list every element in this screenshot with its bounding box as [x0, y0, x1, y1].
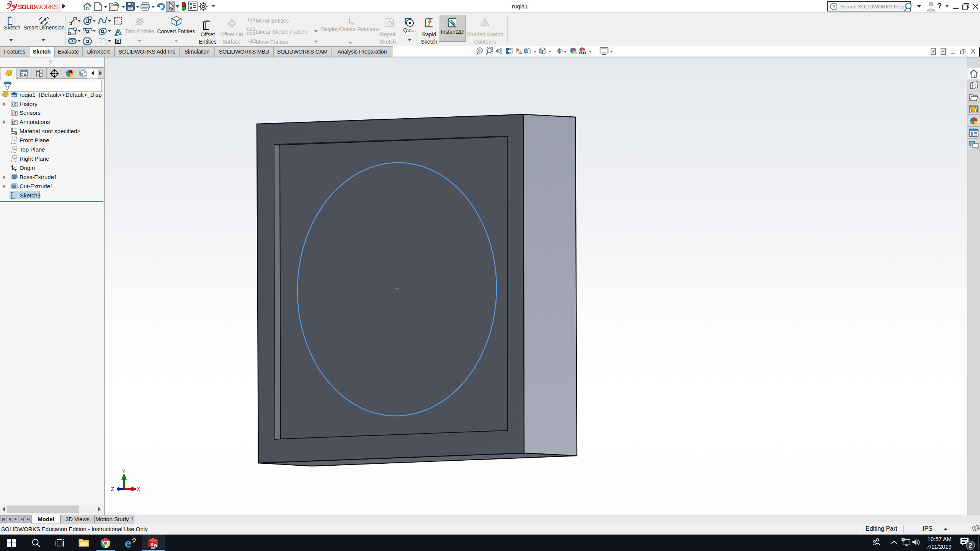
svg-text:X: X	[137, 486, 140, 492]
svg-text:Z: Z	[111, 486, 114, 492]
svg-text:2: 2	[969, 542, 972, 549]
svg-text:2018: 2018	[151, 547, 155, 549]
svg-text:e: e	[125, 537, 132, 549]
svg-text:?: ?	[833, 4, 835, 10]
svg-text:A: A	[519, 51, 523, 55]
svg-text:S: S	[150, 543, 153, 547]
svg-text:SOLIDWORKS: SOLIDWORKS	[18, 4, 57, 10]
svg-text:Y: Y	[122, 469, 126, 475]
svg-text:A: A	[13, 121, 16, 125]
